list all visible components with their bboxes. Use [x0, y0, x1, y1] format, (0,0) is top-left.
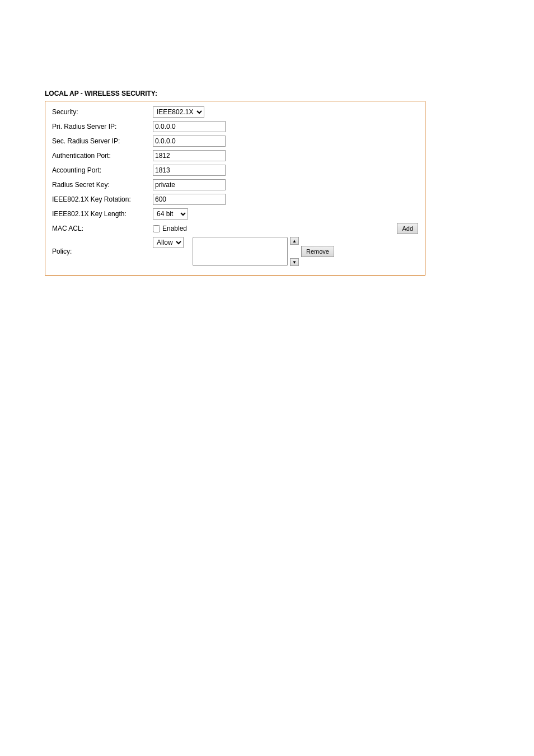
- sec-radius-label: Sec. Radius Server IP:: [52, 137, 153, 145]
- acct-port-input[interactable]: [153, 165, 226, 176]
- pri-radius-label: Pri. Radius Server IP:: [52, 123, 153, 130]
- scroll-up-button[interactable]: ▲: [290, 237, 299, 245]
- page-container: LOCAL AP - WIRELESS SECURITY: Security: …: [0, 0, 534, 298]
- pri-radius-input[interactable]: [153, 121, 226, 132]
- policy-list-area: ▲ ▼ Remove: [188, 237, 334, 266]
- mac-acl-checkbox[interactable]: [153, 225, 160, 232]
- key-length-label: IEEE802.1X Key Length:: [52, 210, 153, 218]
- form-panel: Security: IEEE802.1X Pri. Radius Server …: [45, 101, 425, 276]
- key-length-row: IEEE802.1X Key Length: 64 bit 128 bit: [52, 208, 418, 220]
- policy-label: Policy:: [52, 248, 153, 255]
- sec-radius-row: Sec. Radius Server IP:: [52, 135, 418, 147]
- radius-secret-input[interactable]: [153, 179, 226, 190]
- sec-radius-input[interactable]: [153, 136, 226, 147]
- auth-port-label: Authentication Port:: [52, 152, 153, 160]
- security-row: Security: IEEE802.1X: [52, 106, 418, 118]
- key-rotation-input[interactable]: [153, 194, 226, 205]
- add-button[interactable]: Add: [397, 223, 418, 234]
- policy-select[interactable]: Allow Deny: [153, 237, 184, 248]
- pri-radius-row: Pri. Radius Server IP:: [52, 120, 418, 133]
- radius-secret-row: Radius Secret Key:: [52, 179, 418, 191]
- policy-list[interactable]: [193, 237, 288, 266]
- acct-port-label: Accounting Port:: [52, 166, 153, 174]
- security-select[interactable]: IEEE802.1X: [153, 106, 204, 118]
- security-label: Security:: [52, 108, 153, 116]
- mac-acl-enabled-text: Enabled: [162, 225, 187, 232]
- acct-port-row: Accounting Port:: [52, 164, 418, 176]
- key-rotation-label: IEEE802.1X Key Rotation:: [52, 195, 153, 203]
- policy-controls: Allow Deny ▲ ▼ Remove: [153, 237, 418, 266]
- scroll-buttons: ▲ ▼: [290, 237, 299, 266]
- mac-acl-label: MAC ACL:: [52, 225, 153, 232]
- policy-row: Policy: Allow Deny ▲ ▼ Remove: [52, 237, 418, 266]
- radius-secret-label: Radius Secret Key:: [52, 181, 153, 189]
- key-length-select[interactable]: 64 bit 128 bit: [153, 208, 188, 220]
- scroll-down-button[interactable]: ▼: [290, 258, 299, 266]
- section-title: LOCAL AP - WIRELESS SECURITY:: [45, 90, 489, 97]
- mac-acl-row: MAC ACL: Enabled Add: [52, 222, 418, 235]
- key-rotation-row: IEEE802.1X Key Rotation:: [52, 193, 418, 206]
- mac-acl-enabled-label[interactable]: Enabled: [153, 225, 187, 232]
- auth-port-input[interactable]: [153, 150, 226, 161]
- remove-button[interactable]: Remove: [301, 246, 334, 257]
- auth-port-row: Authentication Port:: [52, 150, 418, 162]
